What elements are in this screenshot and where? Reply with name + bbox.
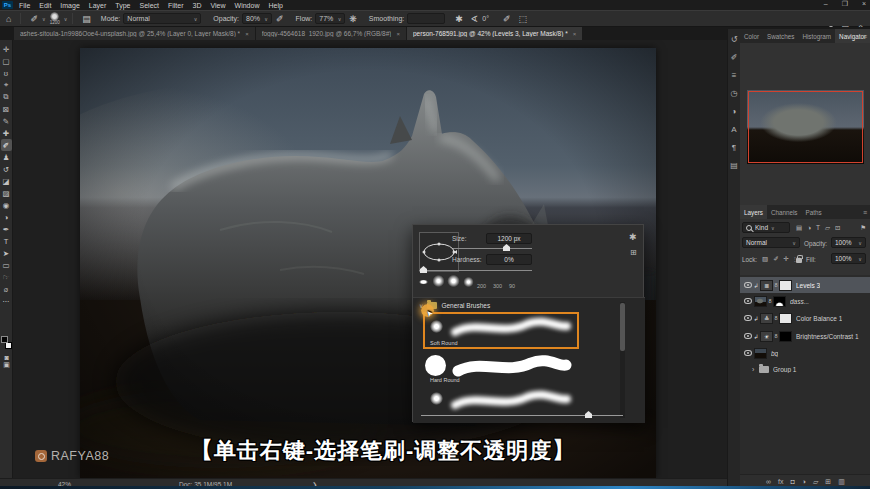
layers-tab-paths[interactable]: Paths [802,205,826,219]
blur-tool-icon[interactable]: ◉ [1,199,12,211]
eyedropper-tool-icon[interactable]: ✎ [1,115,12,127]
visibility-eye-icon[interactable] [744,333,752,339]
size-field[interactable]: 1200 px [486,233,532,244]
layers-fill-dropdown[interactable]: 100%∨ [831,253,866,264]
panel-tab-histogram[interactable]: Histogram [798,29,835,43]
menu-filter[interactable]: Filter [168,2,184,9]
new-brush-icon[interactable]: ⊞ [630,248,637,257]
symmetry-icon[interactable]: ⬚ [519,14,528,24]
quick-mask-icon[interactable]: ◙ [1,354,12,361]
color-swatches[interactable] [1,336,12,349]
menu-help[interactable]: Help [268,2,282,9]
new-layer-icon[interactable]: ⊞ [825,478,831,486]
recent-brush-soft[interactable] [462,276,475,288]
size-slider-thumb[interactable] [503,244,510,251]
new-group-icon[interactable]: ▱ [813,478,818,486]
recent-brush-flat[interactable] [417,276,430,288]
visibility-eye-icon[interactable] [744,350,752,356]
menu-type[interactable]: Type [115,2,130,9]
layer-style-icon[interactable]: fx [778,478,783,486]
filter-adjustment-icon[interactable]: ◑ [807,224,811,232]
opacity-dropdown[interactable]: 80%∨ [242,13,272,24]
toggle-brush-panel-icon[interactable]: ▤ [82,14,91,24]
hardness-slider[interactable] [419,270,532,271]
filter-shape-icon[interactable]: ▱ [825,224,830,232]
blend-mode-dropdown[interactable]: Normal∨ [123,13,201,24]
airbrush-icon[interactable]: ❋ [349,14,357,24]
visibility-eye-icon[interactable] [744,298,752,304]
popup-gear-icon[interactable]: ✱ [629,232,637,242]
navigator-view-box[interactable] [748,91,863,163]
bg-layer-thumbnail[interactable] [754,348,767,359]
levels-adjustment-thumbnail[interactable]: ≣ [760,280,773,291]
layers-tab-layers[interactable]: Layers [740,205,767,219]
history-brush-tool-icon[interactable]: ↺ [1,163,12,175]
smoothing-gear-icon[interactable]: ✱ [455,14,463,24]
paragraph-panel-icon[interactable]: ¶ [732,143,736,152]
hand-tool-icon[interactable]: ☞ [1,271,12,283]
link-layers-icon[interactable]: ∞ [766,478,771,486]
layer-row-color-balance[interactable]: ↲ ≜ 8 Color Balance 1 [740,310,870,326]
home-icon[interactable]: ⌂ [6,14,11,24]
layer-mask-thumbnail[interactable] [779,313,792,324]
panel-tab-swatches[interactable]: Swatches [763,29,798,43]
menu-select[interactable]: Select [140,2,159,9]
edit-toolbar-icon[interactable]: ⋯ [1,295,12,307]
new-adjustment-layer-icon[interactable]: ◑ [802,478,806,486]
crop-tool-icon[interactable]: ⧉ [1,91,12,103]
filter-type-icon[interactable]: T [816,224,820,232]
foreground-color-swatch[interactable] [1,336,8,343]
layer-mask-thumbnail[interactable] [779,331,792,342]
layer-row-bg[interactable]: bg [740,345,870,361]
layer-filter-dropdown[interactable]: Kind ∨ [742,222,790,233]
brush-settings-panel-icon[interactable]: ✐ [731,53,738,62]
lock-transparency-icon[interactable]: ▨ [762,255,768,263]
layers-menu-icon[interactable]: ≡ [863,209,867,216]
menu-file[interactable]: File [19,2,30,9]
layers-tab-channels[interactable]: Channels [767,205,802,219]
navigator-thumbnail[interactable] [747,90,864,164]
menu-window[interactable]: Window [235,2,260,9]
clock-panel-icon[interactable]: ◷ [731,89,738,98]
color-balance-thumbnail[interactable]: ≜ [760,313,773,324]
properties-panel-icon[interactable]: ≡ [732,71,737,80]
lock-paint-icon[interactable]: ✐ [773,255,778,263]
filter-smart-object-icon[interactable]: ⊡ [835,224,840,232]
brush-tool-icon[interactable]: ✐ [1,139,12,151]
background-color-swatch[interactable] [5,342,12,349]
frame-tool-icon[interactable]: ⊠ [1,103,12,115]
recent-brush-soft[interactable] [432,275,445,287]
pressure-size-icon[interactable]: ✐ [503,14,511,24]
preview-size-slider[interactable] [421,415,623,416]
layer-mask-thumbnail[interactable] [779,280,792,291]
dodge-tool-icon[interactable]: ◑ [1,211,12,223]
menu-image[interactable]: Image [60,2,79,9]
layers-blend-mode-dropdown[interactable]: Normal∨ [742,237,800,248]
zoom-tool-icon[interactable]: ⌀ [1,283,12,295]
scrollbar[interactable] [620,302,625,418]
quick-selection-tool-icon[interactable]: ⌖ [1,79,12,91]
image-layer-thumbnail[interactable] [754,296,767,307]
screen-mode-icon[interactable]: ▣ [1,361,12,369]
character-panel-icon[interactable]: A [731,125,736,134]
close-tab-icon[interactable]: × [245,31,249,37]
scrollbar-thumb[interactable] [620,303,625,351]
layer-row-brightness[interactable]: ↲ ☀ 8 Brightness/Contrast 1 [740,328,870,344]
chevron-down-icon[interactable]: ∨ [42,16,46,22]
adjustments-panel-icon[interactable]: ◑ [732,107,737,116]
eraser-tool-icon[interactable]: ◪ [1,175,12,187]
brush-tool-preset-icon[interactable]: ✐ [30,14,38,24]
layer-row-levels[interactable]: ↲ ≣ 8 Levels 3 [740,277,870,293]
filter-image-icon[interactable]: ▤ [796,224,802,232]
brush-preset-picker[interactable]: 1200 [50,12,60,25]
clone-stamp-tool-icon[interactable]: ♟ [1,151,12,163]
close-button[interactable]: × [862,0,866,8]
menu-3d[interactable]: 3D [193,2,202,9]
pen-tool-icon[interactable]: ✒ [1,223,12,235]
add-mask-icon[interactable]: ◘ [790,478,794,486]
layers-opacity-dropdown[interactable]: 100%∨ [831,237,866,248]
menu-view[interactable]: View [211,2,226,9]
path-selection-tool-icon[interactable]: ➤ [1,247,12,259]
shape-tool-icon[interactable]: ▭ [1,259,12,271]
visibility-eye-icon[interactable] [744,315,752,321]
